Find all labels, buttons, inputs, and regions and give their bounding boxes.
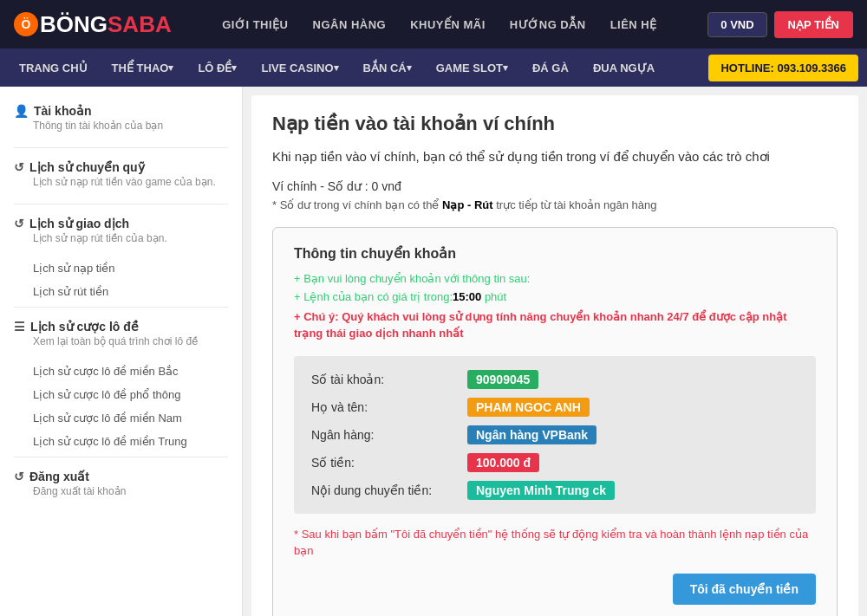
hotline-label: HOTLINE: <box>720 62 773 75</box>
transfer-time-prefix: + Lệnh của bạn có giá trị trong: <box>294 290 453 303</box>
nav-huong-dan[interactable]: HƯỚNG DẪN <box>510 18 586 31</box>
transfer-history-icon: ↺ <box>14 160 24 174</box>
sidebar-title-chuyen-quy[interactable]: ↺ Lịch sử chuyển quỹ <box>14 160 228 174</box>
nav-lo-de[interactable]: LÔ ĐỀ <box>187 49 247 87</box>
sidebar-link-mien-trung[interactable]: Lịch sử cược lô đề miền Trung <box>0 430 242 453</box>
logout-icon: ↺ <box>14 470 24 483</box>
transfer-row-content: Nội dung chuyển tiền: Nguyen Minh Trung … <box>311 481 799 500</box>
top-nav-links: GIỚI THIỆU NGÂN HÀNG KHUYẾN MÃI HƯỚNG DẪ… <box>222 18 657 31</box>
final-note: * Sau khi bạn bấm "Tôi đã chuyển tiền" h… <box>294 526 816 560</box>
transfer-note-1: + Bạn vui lòng chuyển khoản với thông ti… <box>294 272 816 285</box>
sidebar-link-mien-bac[interactable]: Lịch sử cược lô đề miền Bắc <box>0 360 242 383</box>
sidebar-section-dang-xuat: ↺ Đăng xuất Đăng xuất tài khoản <box>0 461 242 509</box>
transfer-warning: + Chú ý: Quý khách vui lòng sử dụng tính… <box>294 308 816 342</box>
sidebar-title-dang-xuat[interactable]: ↺ Đăng xuất <box>14 470 228 483</box>
account-value: 90909045 <box>467 370 538 389</box>
second-navigation: TRANG CHỦ THỂ THAO LÔ ĐỀ LIVE CASINO BẮN… <box>0 49 867 87</box>
balance-info: Ví chính - Số dư : 0 vnđ <box>272 179 838 193</box>
logo-ball-icon: Ö <box>14 12 38 36</box>
nav-the-thao[interactable]: THỂ THAO <box>101 49 185 87</box>
amount-label: Số tiền: <box>311 456 467 470</box>
page-description: Khi nạp tiền vào ví chính, bạn có thể sử… <box>272 147 838 167</box>
amount-value: 100.000 đ <box>467 453 539 472</box>
sidebar-section-chuyen-quy: ↺ Lịch sử chuyển quỹ Lịch sử nạp rút tiề… <box>0 152 242 200</box>
transfer-row-name: Họ và tên: PHAM NGOC ANH <box>311 398 799 417</box>
nav-da-ga[interactable]: ĐÁ GÀ <box>522 49 579 87</box>
nav-ngan-hang[interactable]: NGÂN HÀNG <box>313 18 387 31</box>
site-logo[interactable]: Ö BÖNGSABA <box>14 11 172 38</box>
second-nav-links: TRANG CHỦ THỂ THAO LÔ ĐỀ LIVE CASINO BẮN… <box>9 49 665 87</box>
divider-3 <box>14 307 228 308</box>
sidebar-section-tai-khoan: 👤 Tài khoản Thông tin tài khoản của bạn <box>0 95 242 144</box>
bank-label: Ngân hàng: <box>311 428 467 442</box>
sidebar-title-giao-dich[interactable]: ↺ Lịch sử giao dịch <box>14 217 228 230</box>
nav-game-slot[interactable]: GAME SLOT <box>426 49 518 87</box>
nav-dua-ngua[interactable]: ĐUA NGỰA <box>583 49 665 87</box>
top-deposit-button[interactable]: NẠP TIỀN <box>774 11 853 38</box>
transaction-history-icon: ↺ <box>14 217 24 230</box>
divider-1 <box>14 147 228 148</box>
name-label: Họ và tên: <box>311 400 467 414</box>
logo-text-b: B <box>40 11 56 38</box>
nav-lien-he[interactable]: LIÊN HỆ <box>610 18 657 31</box>
sidebar-link-rut-tien[interactable]: Lịch sử rút tiền <box>0 280 242 303</box>
sidebar-link-nap-tien[interactable]: Lịch sử nạp tiền <box>0 256 242 280</box>
transfer-box-title: Thông tin chuyển khoản <box>294 245 816 262</box>
transfer-row-amount: Số tiền: 100.000 đ <box>311 453 799 472</box>
sidebar-link-mien-nam[interactable]: Lịch sử cược lô đề miền Nam <box>0 406 242 430</box>
hotline-display: HOTLINE: 093.109.3366 <box>708 55 858 81</box>
sidebar-link-pho-thong[interactable]: Lịch sử cược lô đề phổ thông <box>0 383 242 406</box>
sidebar-subtitle-giao-dich: Lịch sử nạp rút tiền của bạn. <box>14 232 228 244</box>
lottery-history-icon: ☰ <box>14 320 25 334</box>
name-value: PHAM NGOC ANH <box>467 398 590 417</box>
main-content: Nạp tiền vào tài khoản ví chính Khi nạp … <box>251 95 858 616</box>
sidebar: 👤 Tài khoản Thông tin tài khoản của bạn … <box>0 87 243 616</box>
transfer-time-value: 15:00 <box>453 290 481 303</box>
transfer-row-account: Số tài khoản: 90909045 <box>311 370 799 389</box>
sidebar-subtitle-dang-xuat: Đăng xuất tài khoản <box>14 485 228 497</box>
nav-live-casino[interactable]: LIVE CASINO <box>251 49 349 87</box>
divider-2 <box>14 204 228 204</box>
nav-gioi-thieu[interactable]: GIỚI THIỆU <box>222 18 288 31</box>
hotline-number: 093.109.3366 <box>777 62 846 75</box>
content-value: Nguyen Minh Trung ck <box>467 481 615 500</box>
logo-text-ong: ÖNG <box>56 11 108 38</box>
top-navigation: Ö BÖNGSABA GIỚI THIỆU NGÂN HÀNG KHUYẾN M… <box>0 0 867 49</box>
transfer-box: Thông tin chuyển khoản + Bạn vui lòng ch… <box>272 227 838 617</box>
account-label: Số tài khoản: <box>311 373 467 386</box>
nav-trang-chu[interactable]: TRANG CHỦ <box>9 49 98 87</box>
main-layout: 👤 Tài khoản Thông tin tài khoản của bạn … <box>0 87 867 616</box>
user-icon: 👤 <box>14 104 29 118</box>
sidebar-subtitle-cuoc-lo-de: Xem lại toàn bộ quá trình chơi lô đề <box>14 335 228 347</box>
balance-button[interactable]: 0 VND <box>707 12 766 37</box>
sidebar-section-cuoc-lo-de: ☰ Lịch sử cược lô đề Xem lại toàn bộ quá… <box>0 311 242 360</box>
sidebar-subtitle-chuyen-quy: Lịch sử nạp rút tiền vào game của bạn. <box>14 176 228 188</box>
sidebar-subtitle-tai-khoan: Thông tin tài khoản của bạn <box>14 120 228 132</box>
sidebar-title-tai-khoan[interactable]: 👤 Tài khoản <box>14 104 228 118</box>
content-label: Nội dung chuyển tiền: <box>311 483 467 497</box>
divider-4 <box>14 457 228 457</box>
transfer-row-bank: Ngân hàng: Ngân hàng VPBank <box>311 425 799 444</box>
balance-note: * Số dư trong ví chính bạn có thể Nạp - … <box>272 198 838 211</box>
note-bold: Nạp - Rút <box>442 198 493 211</box>
nav-khuyen-mai[interactable]: KHUYẾN MÃI <box>410 18 486 31</box>
confirm-transfer-button[interactable]: Tôi đã chuyển tiền <box>673 574 816 605</box>
nav-ban-ca[interactable]: BẮN CÁ <box>353 49 422 87</box>
transfer-time-suffix: phút <box>481 290 506 303</box>
transfer-time-note: + Lệnh của bạn có giá trị trong:15:00 ph… <box>294 290 816 303</box>
transfer-details: Số tài khoản: 90909045 Họ và tên: PHAM N… <box>294 356 816 514</box>
logo-text-saba: SABA <box>108 11 172 38</box>
sidebar-title-cuoc-lo-de[interactable]: ☰ Lịch sử cược lô đề <box>14 320 228 334</box>
bank-value: Ngân hàng VPBank <box>467 425 596 444</box>
sidebar-section-giao-dich: ↺ Lịch sử giao dịch Lịch sử nạp rút tiền… <box>0 208 242 256</box>
top-nav-right: 0 VND NẠP TIỀN <box>707 11 853 38</box>
page-title: Nạp tiền vào tài khoản ví chính <box>272 113 838 135</box>
